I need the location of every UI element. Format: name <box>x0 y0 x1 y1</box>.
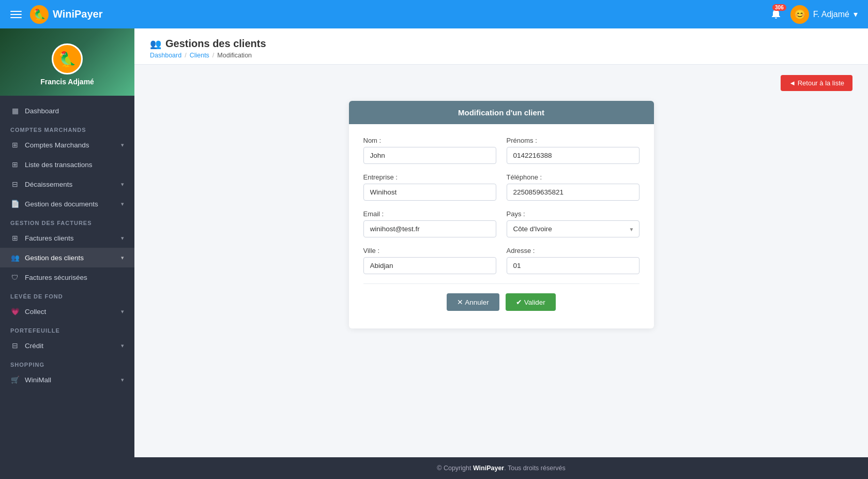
sidebar-label-credit: Crédit <box>25 342 43 350</box>
form-group-pays: Pays : Côte d'Ivoire Sénégal Mali <box>507 210 639 237</box>
prenom-input[interactable] <box>507 147 639 164</box>
notification-badge: 306 <box>772 4 786 11</box>
sidebar-section-levee: LEVÉE DE FOND <box>0 287 134 302</box>
factures-icon: ⊞ <box>10 233 20 243</box>
form-group-email: Email : <box>363 210 496 237</box>
form-group-prenom: Prénoms : <box>507 137 639 164</box>
sidebar-label-gestion-clients: Gestion des clients <box>25 254 84 262</box>
notification-bell[interactable]: 306 <box>770 7 782 22</box>
prenom-label: Prénoms : <box>507 137 639 144</box>
sidebar-section-factures: GESTION DES FACTURES <box>0 214 134 228</box>
form-row-entreprise-tel: Entreprise : Téléphone : <box>363 173 639 201</box>
sidebar-item-collect[interactable]: 💗 Collect ▾ <box>0 302 134 321</box>
user-name: F. Adjamé <box>813 10 849 19</box>
sidebar-username: Francis Adjamé <box>40 78 94 86</box>
sidebar-label-collect: Collect <box>25 308 46 316</box>
pays-select[interactable]: Côte d'Ivoire Sénégal Mali <box>507 220 639 237</box>
transactions-icon: ⊞ <box>10 160 20 169</box>
layout: 🦜 Francis Adjamé ▦ Dashboard COMPTES MAR… <box>0 28 868 479</box>
back-to-list-button[interactable]: ◄ Retour à la liste <box>781 75 852 91</box>
sidebar-item-factures-securisees[interactable]: 🛡 Factures sécurisées <box>0 267 134 287</box>
sidebar: 🦜 Francis Adjamé ▦ Dashboard COMPTES MAR… <box>0 28 134 479</box>
chevron-down-icon: ▾ <box>121 201 124 207</box>
chevron-down-icon: ▾ <box>121 255 124 261</box>
sidebar-item-documents[interactable]: 📄 Gestion des documents ▾ <box>0 194 134 214</box>
form-group-nom: Nom : <box>363 137 496 164</box>
chevron-down-icon: ▾ <box>121 142 124 148</box>
brand-name: WiniPayer <box>53 8 103 20</box>
sidebar-section-comptes: COMPTES MARCHANDS <box>0 121 134 135</box>
chevron-down-icon: ▾ <box>121 342 124 349</box>
form-row-nom-prenom: Nom : Prénoms : <box>363 137 639 164</box>
sidebar-item-transactions[interactable]: ⊞ Liste des transactions <box>0 155 134 174</box>
credit-icon: ⊟ <box>10 341 20 350</box>
adresse-label: Adresse : <box>507 247 639 255</box>
form-card-header: Modification d'un client <box>349 101 654 124</box>
chevron-down-icon: ▾ <box>121 235 124 242</box>
user-menu[interactable]: 😊 F. Adjamé ▾ <box>790 5 858 24</box>
chevron-down-icon: ▾ <box>121 181 124 188</box>
breadcrumb-sep-1: / <box>185 52 186 59</box>
adresse-input[interactable] <box>507 257 639 274</box>
sidebar-label-documents: Gestion des documents <box>25 200 98 208</box>
sidebar-item-decaissements[interactable]: ⊟ Décaissements ▾ <box>0 174 134 194</box>
entreprise-input[interactable] <box>363 184 496 201</box>
cancel-button[interactable]: ✕ Annuler <box>447 293 499 311</box>
winimall-icon: 🛒 <box>10 375 20 384</box>
sidebar-user-content: 🦜 Francis Adjamé <box>0 28 134 96</box>
sidebar-item-winimall[interactable]: 🛒 WiniMall ▾ <box>0 370 134 390</box>
form-card: Modification d'un client Nom : Prénoms : <box>349 101 654 328</box>
sidebar-label-dashboard: Dashboard <box>25 107 59 115</box>
email-input[interactable] <box>363 220 496 237</box>
form-divider <box>363 283 639 284</box>
ville-input[interactable] <box>363 257 496 274</box>
form-group-ville: Ville : <box>363 247 496 274</box>
shield-icon: 🛡 <box>10 273 20 282</box>
hamburger-button[interactable] <box>10 11 22 18</box>
sidebar-section-shopping: SHOPPING <box>0 355 134 370</box>
page-body: ◄ Retour à la liste Modification d'un cl… <box>134 65 868 457</box>
page-header: 👥 Gestions des clients Dashboard / Clien… <box>134 28 868 65</box>
page-title-row: 👥 Gestions des clients <box>150 38 852 50</box>
footer: © Copyright WiniPayer. Tous droits réser… <box>134 457 868 479</box>
sidebar-label-decaissements: Décaissements <box>25 181 72 188</box>
chevron-down-icon: ▾ <box>121 377 124 383</box>
sidebar-user-area: 🦜 Francis Adjamé <box>0 28 134 96</box>
sidebar-item-credit[interactable]: ⊟ Crédit ▾ <box>0 336 134 355</box>
sidebar-item-dashboard[interactable]: ▦ Dashboard <box>0 101 134 121</box>
telephone-input[interactable] <box>507 184 639 201</box>
nom-label: Nom : <box>363 137 496 144</box>
breadcrumb-current: Modification <box>217 52 252 59</box>
sidebar-item-factures-clients[interactable]: ⊞ Factures clients ▾ <box>0 228 134 248</box>
breadcrumb: Dashboard / Clients / Modification <box>150 52 852 59</box>
sidebar-label-transactions: Liste des transactions <box>25 161 93 169</box>
chevron-down-icon: ▾ <box>121 308 124 315</box>
telephone-label: Téléphone : <box>507 173 639 181</box>
sidebar-item-gestion-clients[interactable]: 👥 Gestion des clients ▾ <box>0 248 134 267</box>
form-row-email-pays: Email : Pays : Côte d'Ivoire Sénégal Mal… <box>363 210 639 237</box>
user-avatar: 😊 <box>790 5 809 24</box>
nom-input[interactable] <box>363 147 496 164</box>
topnav: 🦜 WiniPayer 306 😊 F. Adjamé ▾ <box>0 0 868 28</box>
comptes-icon: ⊞ <box>10 140 20 149</box>
brand-logo: 🦜 WiniPayer <box>30 5 103 24</box>
footer-text: © Copyright WiniPayer. Tous droits réser… <box>437 465 566 472</box>
brand-icon: 🦜 <box>30 5 49 24</box>
sidebar-item-comptes-marchands[interactable]: ⊞ Comptes Marchands ▾ <box>0 135 134 155</box>
breadcrumb-clients[interactable]: Clients <box>190 52 209 59</box>
footer-suffix: . Tous droits réservés <box>504 465 566 472</box>
sidebar-label-factures-securisees: Factures sécurisées <box>25 274 87 281</box>
sidebar-label-factures-clients: Factures clients <box>25 234 74 242</box>
form-group-telephone: Téléphone : <box>507 173 639 201</box>
topnav-right: 306 😊 F. Adjamé ▾ <box>770 5 858 24</box>
submit-button[interactable]: ✔ Valider <box>506 293 556 311</box>
user-chevron-icon: ▾ <box>854 9 858 19</box>
main-content: 👥 Gestions des clients Dashboard / Clien… <box>134 28 868 479</box>
breadcrumb-dashboard[interactable]: Dashboard <box>150 52 181 59</box>
form-group-adresse: Adresse : <box>507 247 639 274</box>
ville-label: Ville : <box>363 247 496 255</box>
clients-icon: 👥 <box>10 253 20 262</box>
email-label: Email : <box>363 210 496 218</box>
entreprise-label: Entreprise : <box>363 173 496 181</box>
sidebar-nav: ▦ Dashboard COMPTES MARCHANDS ⊞ Comptes … <box>0 96 134 479</box>
